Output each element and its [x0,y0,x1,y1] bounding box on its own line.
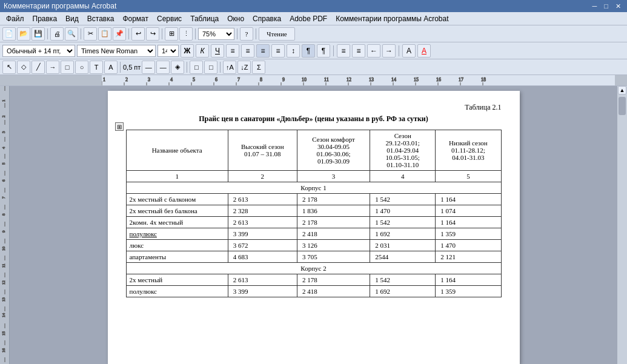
menu-comments[interactable]: Комментарии программы Acrobat [332,13,452,24]
wordart-button[interactable]: A [104,61,118,74]
svg-text:14: 14 [1,313,6,318]
new-button[interactable]: 📄 [2,27,16,41]
col-num-1: 1 [126,171,228,182]
justify-button[interactable]: ≡ [271,44,285,58]
line-color-btn[interactable]: — [156,61,170,74]
open-button[interactable]: 📂 [17,27,30,41]
cell-val: 2 328 [228,205,297,217]
svg-text:1: 1 [103,77,105,82]
toolbar-separator-3 [128,28,129,39]
textbox-button[interactable]: T [90,61,103,74]
cell-val: 3 399 [228,228,297,240]
menu-window[interactable]: Окно [224,13,248,24]
help-button[interactable]: ? [240,27,253,41]
align-center-button[interactable]: ≡ [241,44,254,58]
cell-val: 2 178 [297,274,370,286]
preview-button[interactable]: 🔍 [65,27,78,41]
highlight-button[interactable]: A [402,44,416,58]
bold-button[interactable]: Ж [181,44,194,58]
print-button[interactable]: 🖨 [50,27,64,41]
cell-val: 2 178 [297,194,370,205]
col-header-3: Сезон29.12-03.01;01.04-29.0410.05-31.05;… [370,130,436,171]
cell-val: 1 470 [436,240,501,251]
pilcrow-button[interactable]: ¶ [302,44,315,58]
draw-sep-1 [120,62,121,73]
svg-text:9: 9 [1,230,6,233]
show-hide-button[interactable]: ¶ [317,44,330,58]
sort-desc-btn[interactable]: ↓Z [237,61,251,74]
line-size-btn[interactable]: — [142,61,155,74]
bullet-button[interactable]: ≡ [337,44,350,58]
menu-table[interactable]: Таблица [187,13,222,24]
menu-edit[interactable]: Правка [29,13,61,24]
svg-text:6: 6 [215,77,217,82]
3d-btn[interactable]: □ [204,61,217,74]
size-select[interactable]: 14 [158,45,179,57]
circle-button[interactable]: ○ [75,61,88,74]
fill-color-btn[interactable]: ◈ [171,61,184,74]
svg-text:3: 3 [148,77,150,82]
arrow-button[interactable]: → [46,61,59,74]
menu-format[interactable]: Формат [119,13,152,24]
col-num-2: 2 [228,171,297,182]
copy-button[interactable]: 📋 [98,27,111,41]
menu-view[interactable]: Вид [62,13,82,24]
svg-text:7: 7 [1,196,6,199]
shadow-btn[interactable]: □ [190,61,203,74]
toolbar-separator-6 [237,28,237,39]
svg-text:1: 1 [1,99,6,102]
cell-val: 3 399 [228,286,297,297]
cell-val: 1 074 [436,205,501,217]
underline-button[interactable]: Ч [211,44,224,58]
section-row-2: Корпус 2 [126,263,501,274]
indent-dec-button[interactable]: ← [367,44,380,58]
indent-inc-button[interactable]: → [382,44,396,58]
style-select[interactable]: Обычный + 14 пт, [2,45,75,57]
drawing-toolbar: ↖ ◇ ╱ → □ ○ T A 0,5 пт — — ◈ □ □ ↑A ↓Z Σ [0,59,627,75]
font-color-button[interactable]: A [417,44,431,58]
sort-asc-btn[interactable]: ↑A [223,61,236,74]
read-button[interactable]: Чтение [259,27,295,41]
number-button[interactable]: ≡ [352,44,365,58]
svg-text:16: 16 [1,348,6,353]
cell-val: 1 692 [370,228,436,240]
line-spacing-button[interactable]: ↕ [287,44,300,58]
sigma-btn[interactable]: Σ [252,61,265,74]
title-bar-right: ─ □ ✕ [590,2,623,10]
close-button[interactable]: ✕ [613,2,623,10]
zoom-select[interactable]: 75% 100% [198,28,234,40]
columns-button[interactable]: ⋮ [179,27,193,41]
italic-button[interactable]: К [196,44,209,58]
vertical-scrollbar[interactable]: ▲ [617,86,627,364]
rect-button[interactable]: □ [61,61,74,74]
table-expand-button[interactable]: ⊞ [115,122,124,131]
cell-val: 1 836 [297,205,370,217]
main-toolbar: 📄 📂 💾 🖨 🔍 ✂ 📋 📌 ↩ ↪ ⊞ ⋮ 75% 100% ? Чтени… [0,25,627,42]
svg-text:17: 17 [459,77,463,82]
undo-button[interactable]: ↩ [131,27,145,41]
autoshapes-button[interactable]: ◇ [17,61,30,74]
cut-button[interactable]: ✂ [84,27,97,41]
room-name: апартаменты [126,251,228,263]
align-right-button[interactable]: ≡ [256,44,270,58]
redo-button[interactable]: ↪ [146,27,159,41]
maximize-button[interactable]: □ [602,2,611,10]
cell-val: 2 178 [297,217,370,228]
menu-insert[interactable]: Вставка [84,13,118,24]
font-select[interactable]: Times New Roman [77,45,156,57]
save-button[interactable]: 💾 [32,27,45,41]
align-left-button[interactable]: ≡ [226,44,239,58]
menu-service[interactable]: Сервис [153,13,185,24]
scroll-up-button[interactable]: ▲ [618,86,626,94]
menu-adobe[interactable]: Adobe PDF [286,13,331,24]
scroll-thumb[interactable] [619,97,626,115]
draw-select-button[interactable]: ↖ [2,61,16,74]
line-button[interactable]: ╱ [32,61,45,74]
menu-file[interactable]: Файл [2,13,28,24]
paste-button[interactable]: 📌 [113,27,126,41]
minimize-button[interactable]: ─ [590,2,600,10]
ruler-left-margin [0,75,102,85]
table-button[interactable]: ⊞ [165,27,178,41]
ruler: 1 2 3 4 5 6 7 8 9 10 11 [0,75,627,86]
menu-help[interactable]: Справка [249,13,285,24]
